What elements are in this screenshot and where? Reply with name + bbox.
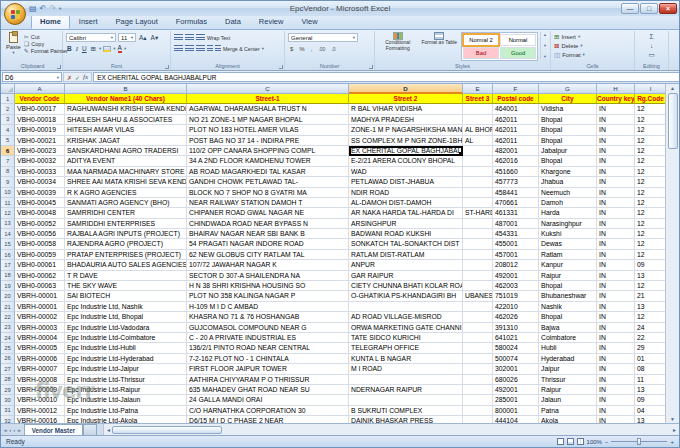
merge-center-dropdown-icon[interactable]: ▾ [262,46,264,51]
cell-A11[interactable]: VBH0-00045 [15,198,65,208]
cell-B18[interactable]: T R DAVE [65,271,187,281]
cell-B17[interactable]: BHADAURIA AUTO SALES AGENCIES [65,260,187,270]
cell-F8[interactable]: 451660 [493,167,539,177]
cell-H3[interactable]: IN [597,115,635,125]
cell-I15[interactable]: 12 [635,239,665,249]
cell-B16[interactable]: PRATAP ENTERPRISES (PROJECT) [65,250,187,260]
scroll-left-icon[interactable]: ◄ [106,426,111,434]
cell-G12[interactable]: Harda [539,208,597,218]
cell-B30[interactable]: Epc Industrie Ltd-Jalaun [65,395,187,405]
cell-F19[interactable]: 462003 [493,281,539,291]
cell-A23[interactable]: VBRH-00003 [15,323,65,333]
row-number-4[interactable]: 4 [1,125,15,135]
cell-C8[interactable]: AB ROAD MAGARKHEDI TAL KASAR [187,167,349,177]
comma-style-button[interactable]: , [309,46,315,52]
cell-C10[interactable]: BLOCK NO 7 SHOP NO 8 GYATRI MA [187,188,349,198]
row-number-18[interactable]: 18 [1,271,15,281]
cell-F16[interactable]: 457001 [493,250,539,260]
cell-H24[interactable]: IN [597,333,635,343]
cell-I21[interactable]: 13 [635,302,665,312]
cell-I7[interactable]: 12 [635,156,665,166]
cell-E21[interactable] [463,302,493,312]
cell-F13[interactable]: 487001 [493,219,539,229]
cell-D4[interactable]: ZONE-1 M P NAGARSHIKSHA MAND [349,125,463,135]
cell-I18[interactable]: 13 [635,271,665,281]
horizontal-scroll-thumb[interactable] [112,426,222,434]
row-number-17[interactable]: 17 [1,260,15,270]
cell-H2[interactable]: IN [597,104,635,114]
cell-G18[interactable]: Raipur [539,271,597,281]
row-number-22[interactable]: 22 [1,312,15,322]
cell-F22[interactable]: 462026 [493,312,539,322]
cell-E17[interactable] [463,260,493,270]
page-layout-view-button[interactable] [567,438,574,445]
cell-A28[interactable]: VBRH-00008 [15,375,65,385]
cell-B6[interactable]: SANSKARDHANI AGRO TRADERSI [65,146,187,156]
cell-A6[interactable]: VBH0-00023 [15,146,65,156]
row-number-9[interactable]: 9 [1,177,15,187]
cell-A9[interactable]: VBH0-00034 [15,177,65,187]
cell-H13[interactable]: IN [597,219,635,229]
cell-H16[interactable]: IN [597,250,635,260]
shrink-font-button[interactable]: A▾ [150,33,160,42]
cell-C12[interactable]: CHIPANER ROAD GWAL NAGAR NE [187,208,349,218]
row-number-28[interactable]: 28 [1,375,15,385]
cell-E15[interactable] [463,239,493,249]
cell-C26[interactable]: 7-2-162 PLOT NO - 1 CHINTALA [187,354,349,364]
cell-C28[interactable]: AATHIRA CHIYYARAM P O THRISSUR [187,375,349,385]
cell-H9[interactable]: IN [597,177,635,187]
cell-I26[interactable]: 01 [635,354,665,364]
cell-B1[interactable]: Vendor Name1 (40 Chars) [65,94,187,104]
cell-E29[interactable] [463,385,493,395]
font-size-select[interactable]: 11▾ [118,33,136,42]
row-number-8[interactable]: 8 [1,167,15,177]
minimize-button[interactable]: — [621,3,639,14]
tab-insert[interactable]: Insert [70,15,107,29]
cell-D13[interactable]: ARSINGHPUR [349,219,463,229]
cell-B8[interactable]: MAA NARMADA MACHINARY STORE [65,167,187,177]
cell-C14[interactable]: BHAIRAV NAGAR NEAR SBI BANK B [187,229,349,239]
cell-E13[interactable] [463,219,493,229]
cell-G20[interactable]: Bhubaneshwar [539,291,597,301]
cell-I29[interactable]: 13 [635,385,665,395]
cell-A12[interactable]: VBH0-00048 [15,208,65,218]
cell-D19[interactable]: CIETY CHUNNA BHATI KOLAR ROAD [349,281,463,291]
cell-G11[interactable]: Damoh [539,198,597,208]
cell-F31[interactable]: 800001 [493,406,539,416]
cell-D14[interactable]: BADWANI ROAD KUKSHI [349,229,463,239]
cell-G23[interactable]: Bajwa [539,323,597,333]
cell-B28[interactable]: Epc Industrie Ltd-Thrissur [65,375,187,385]
cell-C15[interactable]: 54 PRAGATI NAGAR INDORE ROAD [187,239,349,249]
cell-F3[interactable]: 462011 [493,115,539,125]
cell-A18[interactable]: VBH0-00062 [15,271,65,281]
cell-F26[interactable]: 500074 [493,354,539,364]
cell-F14[interactable]: 454331 [493,229,539,239]
cell-D27[interactable]: M I ROAD [349,364,463,374]
align-middle-icon[interactable] [185,34,194,41]
cell-I19[interactable]: 12 [635,281,665,291]
cell-A25[interactable]: VBRH-00005 [15,343,65,353]
cell-A20[interactable]: VBRH-00001 [15,291,65,301]
fill-color-button[interactable] [103,46,111,52]
cell-E20[interactable]: UBANESWAR [463,291,493,301]
row-number-3[interactable]: 3 [1,115,15,125]
cell-E19[interactable] [463,281,493,291]
row-number-27[interactable]: 27 [1,364,15,374]
borders-button[interactable]: ⊞ [90,44,97,53]
grow-font-button[interactable]: A▴ [138,33,148,42]
cell-C23[interactable]: GUJCOMASOL COMPOUND NEAR G [187,323,349,333]
cell-style-normal-2[interactable]: Normal 2 [463,34,499,46]
cell-E22[interactable] [463,312,493,322]
cell-B12[interactable]: SAMRRIDHI CENTER [65,208,187,218]
cell-D15[interactable]: SONKATCH TAL-SONAKTCH DIST [349,239,463,249]
cell-F24[interactable]: 641021 [493,333,539,343]
cell-E28[interactable] [463,375,493,385]
number-format-select[interactable]: General▾ [288,33,358,42]
cell-D6[interactable]: EX CHERITAL GOPAL BAGHJABALPUR [349,146,463,156]
cell-B31[interactable]: Epc Industrie Ltd-Patna [65,406,187,416]
row-number-10[interactable]: 10 [1,188,15,198]
cell-H20[interactable]: IN [597,291,635,301]
cell-E10[interactable] [463,188,493,198]
zoom-slider-thumb[interactable] [637,438,641,445]
accounting-format-button[interactable]: $ [288,46,295,52]
